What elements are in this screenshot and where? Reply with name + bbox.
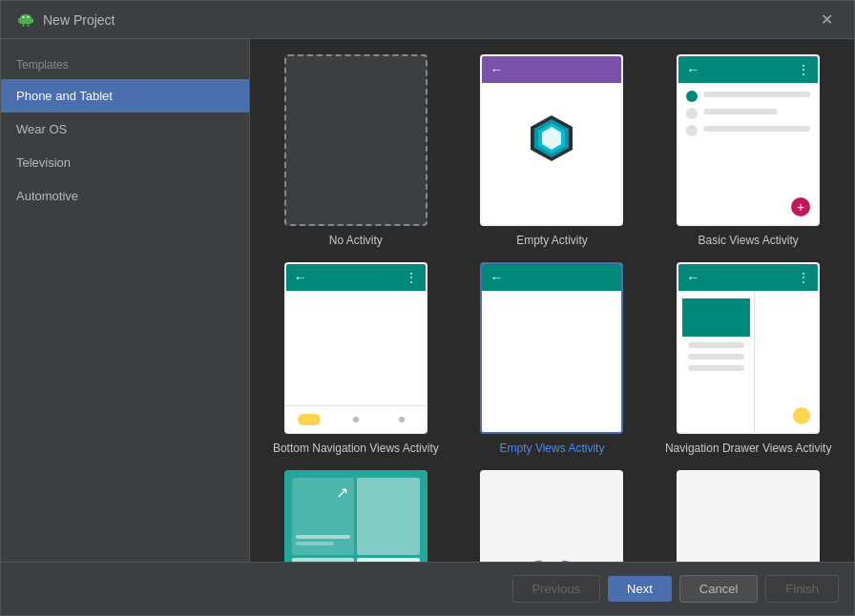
- empty-views-preview: ←: [480, 262, 623, 434]
- sidebar-section-label: Templates: [1, 47, 249, 79]
- empty-views-label: Empty Views Activity: [500, 441, 605, 455]
- list-circle-3: [686, 125, 698, 136]
- svg-rect-0: [18, 18, 20, 23]
- gamepad-icon: 🎮: [521, 503, 583, 563]
- svg-rect-1: [31, 18, 33, 23]
- finish-button[interactable]: Finish: [765, 575, 839, 603]
- template-empty-views-activity[interactable]: ← Empty Views Activity: [462, 262, 643, 455]
- no-activity-label: No Activity: [329, 234, 383, 247]
- bottom-nav-item-1: [296, 410, 323, 429]
- template-bottom-nav-views[interactable]: ← ⋮: [265, 262, 447, 455]
- empty-activity-preview: ←: [480, 54, 623, 226]
- back-arrow-icon5: ←: [686, 270, 699, 285]
- back-arrow-icon: ←: [490, 62, 503, 77]
- nav-drawer-header: ← ⋮: [678, 264, 818, 291]
- nav-drawer-label: Navigation Drawer Views Activity: [665, 441, 832, 455]
- close-button[interactable]: ✕: [815, 9, 839, 31]
- sidebar-item-television[interactable]: Television: [1, 146, 249, 179]
- bottom-nav-header: ← ⋮: [286, 264, 426, 291]
- template-no-activity[interactable]: No Activity: [265, 54, 447, 247]
- title-bar: New Project ✕: [1, 1, 854, 39]
- dialog-title: New Project: [43, 12, 115, 28]
- list-circle-2: [686, 108, 698, 119]
- no-activity-preview: [284, 54, 428, 226]
- back-arrow-icon2: ←: [686, 62, 699, 77]
- svg-rect-3: [28, 24, 30, 27]
- bottom-nav-item-2: [343, 410, 369, 429]
- template-basic-views-activity[interactable]: ← ⋮: [657, 54, 839, 247]
- android-icon: [16, 10, 35, 30]
- next-button[interactable]: Next: [608, 576, 672, 602]
- nav-fab-icon: [793, 407, 810, 424]
- empty-views-header: ←: [482, 264, 621, 291]
- title-bar-left: New Project: [16, 10, 115, 30]
- native-cpp-preview: C++: [677, 470, 820, 562]
- template-native-cpp[interactable]: C++ Native C++ Activity: [657, 470, 839, 562]
- drawer-panel: [678, 291, 755, 432]
- hex-logo-icon: [525, 112, 578, 165]
- svg-point-4: [23, 16, 25, 18]
- template-responsive-views[interactable]: ↗ Responsive Views Activity: [265, 470, 447, 562]
- sidebar-item-phone-tablet[interactable]: Phone and Tablet: [1, 79, 249, 113]
- cpp-text: C++: [719, 512, 777, 562]
- template-nav-drawer-views[interactable]: ← ⋮ Navigatio: [657, 262, 839, 455]
- content-area: Templates Phone and Tablet Wear OS Telev…: [1, 39, 854, 562]
- svg-rect-2: [23, 24, 25, 27]
- dots-icon3: ⋮: [798, 271, 810, 284]
- cancel-button[interactable]: Cancel: [679, 575, 758, 603]
- templates-grid: No Activity ←: [265, 54, 839, 562]
- templates-grid-container: No Activity ←: [250, 39, 854, 562]
- dots-icon2: ⋮: [406, 271, 418, 284]
- fab-icon: +: [791, 197, 810, 216]
- previous-button[interactable]: Previous: [512, 575, 601, 603]
- svg-point-5: [28, 16, 30, 18]
- bottom-nav-label: Bottom Navigation Views Activity: [273, 441, 439, 455]
- empty-activity-header: ←: [482, 56, 621, 83]
- back-arrow-icon3: ←: [294, 270, 307, 285]
- sidebar-item-wear-os[interactable]: Wear OS: [1, 113, 249, 146]
- dots-icon: ⋮: [798, 63, 810, 76]
- arrow-icon: ↗: [336, 483, 348, 502]
- bottom-nav-bar: [286, 405, 426, 432]
- bottom-nav-preview: ← ⋮: [284, 262, 428, 434]
- grid-cell-1: ↗: [292, 478, 355, 555]
- basic-views-header: ← ⋮: [678, 56, 818, 83]
- footer-bar: Previous Next Cancel Finish: [1, 562, 854, 615]
- template-empty-activity[interactable]: ← Empty Activity: [462, 54, 643, 247]
- game-activity-preview: 🎮: [480, 470, 623, 562]
- sidebar-item-automotive[interactable]: Automotive: [1, 179, 249, 213]
- nav-drawer-preview: ← ⋮: [677, 262, 820, 434]
- empty-activity-label: Empty Activity: [516, 234, 588, 247]
- bottom-nav-item-3: [388, 410, 415, 429]
- grid-cell-2: [357, 478, 420, 555]
- template-game-activity[interactable]: 🎮 Game Activity: [462, 470, 643, 562]
- sidebar: Templates Phone and Tablet Wear OS Telev…: [1, 39, 250, 562]
- new-project-dialog: New Project ✕ Templates Phone and Tablet…: [0, 0, 855, 616]
- basic-views-label: Basic Views Activity: [699, 234, 799, 247]
- grid-cell-4: [357, 558, 420, 563]
- list-circle-1: [686, 91, 698, 102]
- grid-cell-3: [292, 558, 355, 563]
- basic-views-preview: ← ⋮: [677, 54, 820, 226]
- back-arrow-icon4: ←: [490, 270, 503, 285]
- responsive-views-preview: ↗: [284, 470, 428, 562]
